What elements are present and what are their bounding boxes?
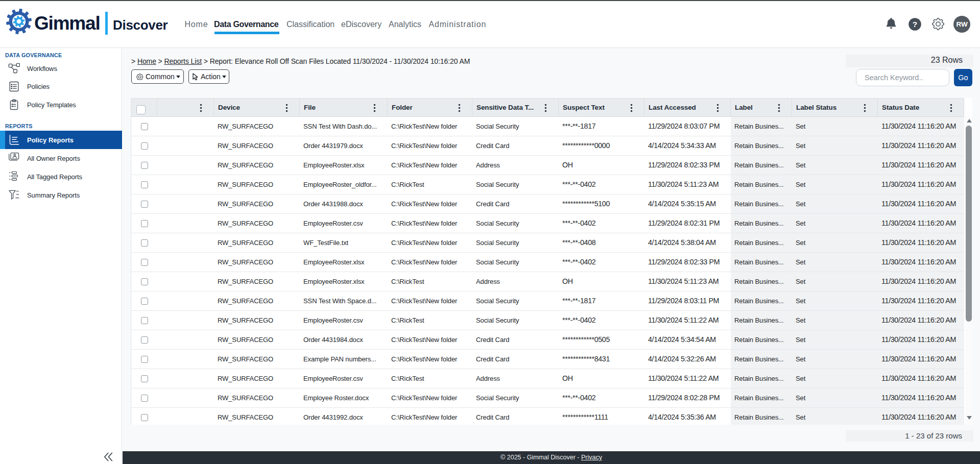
svg-text:?: ?: [913, 20, 917, 29]
